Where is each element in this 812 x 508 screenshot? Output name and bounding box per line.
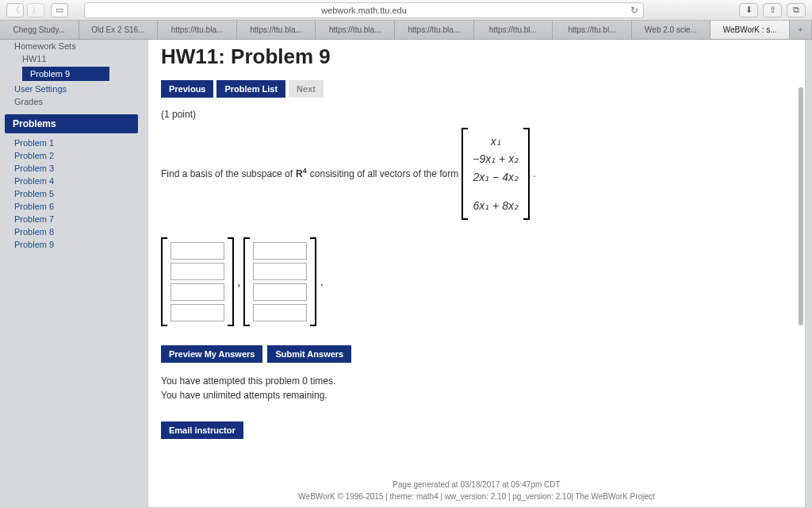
problem-link-2[interactable]: Problem 2	[0, 149, 143, 162]
sidebar: Homework Sets HW11 Problem 9 User Settin…	[0, 40, 147, 508]
tabs-icon[interactable]: ⧉	[787, 3, 806, 17]
tab-8[interactable]: Web 2.0 scie...	[632, 21, 711, 39]
url-bar[interactable]: webwork.math.ttu.edu ↻	[84, 2, 644, 18]
answer-row: , .	[161, 237, 792, 326]
tab-1[interactable]: Old Ex 2 S16...	[79, 21, 159, 39]
reload-icon[interactable]: ↻	[630, 5, 638, 16]
download-icon[interactable]: ⬇	[739, 3, 758, 17]
answer-2-1[interactable]	[253, 242, 307, 260]
tab-4[interactable]: https://ttu.bla...	[316, 21, 395, 39]
browser-toolbar: 〈 〉 ▭ webwork.math.ttu.edu ↻ ⬇ ⇪ ⧉	[0, 0, 812, 21]
answer-1-3[interactable]	[170, 283, 224, 301]
homework-sets-link[interactable]: Homework Sets	[0, 40, 143, 52]
tab-9[interactable]: WeBWorK : s...	[710, 21, 790, 39]
problem-link-9[interactable]: Problem 9	[0, 238, 143, 251]
current-problem-indicator: Problem 9	[22, 67, 109, 81]
tab-strip: Chegg Study... Old Ex 2 S16... https://t…	[0, 21, 812, 40]
problem-link-3[interactable]: Problem 3	[0, 162, 143, 175]
answer-vector-2	[243, 237, 316, 326]
problem-list-button[interactable]: Problem List	[216, 80, 285, 98]
url-text: webwork.math.ttu.edu	[321, 6, 407, 15]
problem-link-6[interactable]: Problem 6	[0, 200, 143, 213]
given-vector: x₁ −9x₁ + x₂ 2x₁ − 4x₂ 6x₁ + 8x₂	[462, 128, 530, 220]
tab-3[interactable]: https://ttu.bla...	[237, 21, 316, 39]
submit-answers-button[interactable]: Submit Answers	[267, 345, 351, 363]
answer-1-1[interactable]	[170, 242, 224, 260]
question-text: Find a basis of the subspace of R4 consi…	[161, 128, 792, 220]
preview-answers-button[interactable]: Preview My Answers	[161, 345, 262, 363]
page-footer: Page generated at 03/18/2017 at 05:47pm …	[161, 479, 792, 502]
points-label: (1 point)	[161, 109, 792, 120]
page-title: HW11: Problem 9	[161, 44, 792, 69]
answer-1-2[interactable]	[170, 263, 224, 280]
user-settings-link[interactable]: User Settings	[0, 83, 143, 95]
answer-2-4[interactable]	[253, 304, 307, 321]
content-area: HW11: Problem 9 Previous Problem List Ne…	[147, 40, 806, 508]
answer-1-4[interactable]	[170, 304, 224, 321]
scrollbar[interactable]	[799, 87, 803, 325]
answer-vector-1	[161, 237, 234, 326]
grades-link[interactable]: Grades	[0, 95, 143, 108]
attempts-info: You have attempted this problem 0 times.…	[161, 374, 792, 402]
new-tab-button[interactable]: +	[790, 21, 812, 39]
tab-2[interactable]: https://ttu.bla...	[158, 21, 237, 39]
tab-0[interactable]: Chegg Study...	[0, 21, 79, 39]
previous-button[interactable]: Previous	[161, 80, 213, 98]
hw11-link[interactable]: HW11	[0, 52, 143, 65]
answer-2-3[interactable]	[253, 283, 307, 301]
email-instructor-button[interactable]: Email instructor	[161, 421, 243, 439]
back-button[interactable]: 〈	[6, 3, 24, 17]
sidebar-toggle-button[interactable]: ▭	[51, 3, 68, 17]
problem-link-4[interactable]: Problem 4	[0, 175, 143, 187]
forward-button[interactable]: 〉	[27, 3, 44, 17]
share-icon[interactable]: ⇪	[763, 3, 782, 17]
problem-link-1[interactable]: Problem 1	[0, 137, 143, 149]
tab-5[interactable]: https://ttu.bla...	[395, 21, 474, 39]
problems-header: Problems	[5, 114, 138, 133]
tab-7[interactable]: https://ttu.bl...	[553, 21, 632, 39]
answer-2-2[interactable]	[253, 263, 307, 280]
problem-link-7[interactable]: Problem 7	[0, 213, 143, 225]
problem-link-5[interactable]: Problem 5	[0, 187, 143, 200]
problem-link-8[interactable]: Problem 8	[0, 225, 143, 238]
tab-6[interactable]: https://ttu.bl...	[474, 21, 553, 39]
next-button[interactable]: Next	[289, 80, 324, 98]
